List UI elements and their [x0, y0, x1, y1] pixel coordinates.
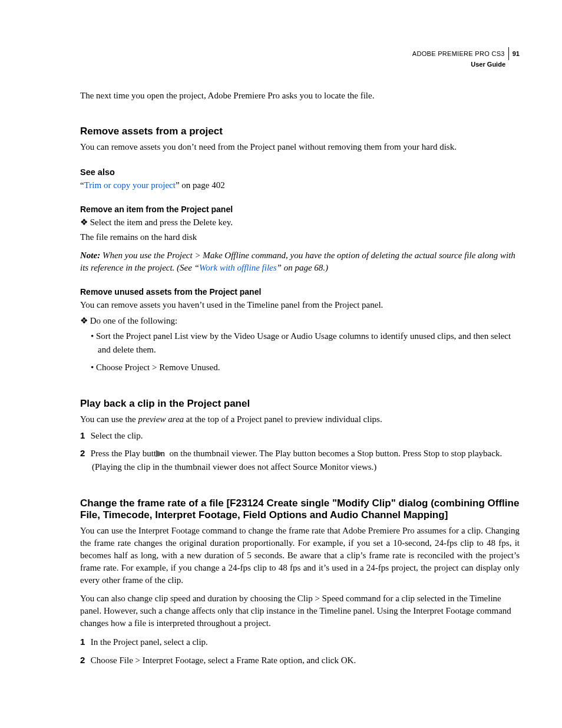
see-also-heading: See also — [80, 167, 520, 177]
step-text: Select the clip. — [91, 431, 143, 440]
playback-body-post: at the top of a Project panel to preview… — [184, 414, 382, 424]
heading-change-framerate: Change the frame rate of a file [F23124 … — [80, 498, 520, 521]
step-number: 2 — [80, 447, 88, 460]
framerate-step-2: 2 Choose File > Interpret Footage, selec… — [80, 654, 520, 667]
header-separator — [508, 47, 509, 60]
playback-step-1: 1 Select the clip. — [80, 429, 520, 443]
framerate-p1: You can use the Interpret Footage comman… — [80, 525, 520, 587]
playback-step-2: 2 Press the Play button on the thumbnail… — [80, 447, 520, 474]
step-text: Choose File > Interpret Footage, select … — [91, 655, 356, 665]
list-item: Sort the Project panel List view by the … — [91, 330, 520, 356]
page-number: 91 — [513, 50, 520, 58]
playback-body: You can use the preview area at the top … — [80, 413, 520, 426]
playback-body-pre: You can use the — [80, 414, 138, 424]
step-number: 1 — [80, 635, 88, 648]
see-also-line: “Trim or copy your project” on page 402 — [80, 179, 520, 192]
do-one-of-following: Do one of the following: — [80, 315, 520, 327]
remove-unused-options: Sort the Project panel List view by the … — [80, 330, 520, 374]
heading-remove-assets: Remove assets from a project — [80, 126, 520, 137]
header-product-name: ADOBE PREMIERE PRO CS3 — [412, 50, 505, 58]
heading-remove-item: Remove an item from the Project panel — [80, 205, 520, 214]
playback-preview-area: preview area — [138, 414, 184, 424]
intro-paragraph: The next time you open the project, Adob… — [80, 90, 520, 102]
note-remove-item: Note: When you use the Project > Make Of… — [80, 249, 520, 274]
link-trim-or-copy[interactable]: Trim or copy your project — [84, 180, 176, 190]
svg-marker-0 — [156, 450, 163, 457]
quote-open: “ — [80, 180, 84, 190]
remove-assets-body: You can remove assets you don’t need fro… — [80, 141, 520, 153]
list-item: Choose Project > Remove Unused. — [91, 361, 520, 374]
remove-unused-body: You can remove assets you haven’t used i… — [80, 299, 520, 311]
link-work-offline-files[interactable]: Work with offline files — [199, 263, 277, 272]
heading-playback: Play back a clip in the Project panel — [80, 398, 520, 410]
see-also-tail: ” on page 402 — [176, 180, 225, 190]
note-label: Note: — [80, 251, 100, 260]
remove-item-after: The file remains on the hard disk — [80, 231, 520, 243]
page-header: ADOBE PREMIERE PRO CS3 91 User Guide — [412, 47, 520, 68]
step-remove-item: Select the item and press the Delete key… — [80, 216, 520, 229]
framerate-p2: You can also change clip speed and durat… — [80, 592, 520, 630]
step-number: 2 — [80, 654, 88, 667]
framerate-step-1: 1 In the Project panel, select a clip. — [80, 635, 520, 649]
heading-remove-unused: Remove unused assets from the Project pa… — [80, 287, 520, 297]
step-text: In the Project panel, select a clip. — [91, 637, 208, 647]
header-subtitle: User Guide — [412, 60, 505, 68]
step-number: 1 — [80, 429, 88, 442]
note-body-2: ” on page 68.) — [277, 263, 329, 272]
